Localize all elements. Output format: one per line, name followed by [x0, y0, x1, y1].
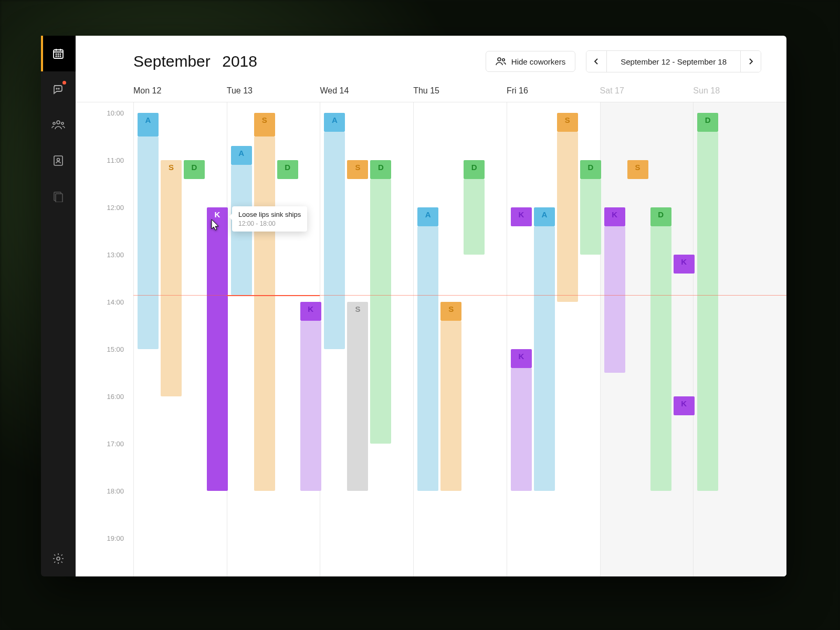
calendar-event[interactable] [440, 321, 461, 491]
calendar-event[interactable]: D [370, 160, 391, 179]
event-coworker-badge: S [355, 163, 360, 172]
svg-point-3 [60, 54, 60, 54]
calendar-event[interactable]: K [207, 207, 228, 491]
calendar-event[interactable]: K [674, 255, 695, 274]
calendar-event[interactable] [324, 132, 345, 349]
date-range-picker: September 12 - September 18 [586, 50, 761, 72]
calendar-event[interactable] [557, 132, 578, 302]
calendar-event[interactable]: S [254, 113, 275, 136]
calendar-icon [52, 47, 65, 60]
calendar-event[interactable]: S [440, 302, 461, 321]
calendar-event[interactable] [534, 226, 555, 491]
sidebar-item-contacts[interactable] [41, 143, 76, 178]
sidebar-item-notes[interactable] [41, 178, 76, 214]
sidebar-item-calendar[interactable] [41, 36, 76, 71]
time-label: 11:00 [107, 156, 124, 164]
sidebar [41, 36, 76, 576]
event-coworker-badge: K [612, 210, 617, 219]
day-header-row: Mon 12Tue 13Wed 14Thu 15Fri 16Sat 17Sun … [76, 86, 786, 102]
time-label: 15:00 [107, 345, 124, 353]
event-coworker-badge: D [705, 116, 711, 124]
hide-coworkers-label: Hide coworkers [511, 57, 565, 66]
calendar-event[interactable] [604, 226, 625, 373]
calendar-event[interactable]: S [347, 160, 368, 179]
calendar-event[interactable]: K [511, 349, 532, 368]
calendar-event[interactable]: K [604, 207, 625, 226]
event-coworker-badge: A [238, 149, 244, 158]
date-range-label[interactable]: September 12 - September 18 [606, 51, 741, 72]
sidebar-item-settings[interactable] [41, 541, 76, 576]
day-header: Mon 12 [133, 86, 227, 102]
calendar-event[interactable] [464, 179, 485, 255]
event-tooltip: Loose lips sink ships12:00 - 18:00 [232, 206, 307, 232]
next-week-button[interactable] [741, 51, 761, 72]
svg-point-9 [57, 121, 60, 124]
calendar-event[interactable]: A [417, 207, 438, 226]
calendar-event[interactable]: A [138, 113, 159, 136]
chevron-right-icon [748, 58, 753, 65]
calendar-event[interactable]: S [557, 113, 578, 132]
calendar-event[interactable]: D [580, 160, 601, 179]
calendar-grid-area: 10:0011:0012:0013:0014:0015:0016:0017:00… [76, 102, 786, 576]
calendar-event[interactable]: D [277, 160, 298, 179]
main-panel: September 2018 Hide coworkers [76, 36, 786, 576]
prev-week-button[interactable] [586, 51, 606, 72]
event-coworker-badge: D [658, 210, 664, 219]
calendar-event[interactable]: S [161, 160, 182, 396]
event-coworker-badge: K [681, 257, 687, 266]
svg-point-13 [57, 159, 60, 161]
hide-coworkers-button[interactable]: Hide coworkers [486, 51, 575, 72]
event-coworker-badge: K [215, 210, 220, 219]
sidebar-item-team[interactable] [41, 107, 76, 143]
team-icon [51, 119, 65, 131]
event-coworker-badge: K [308, 304, 313, 313]
event-coworker-badge: A [425, 210, 431, 219]
calendar-event[interactable] [650, 226, 671, 491]
event-coworker-badge: A [541, 210, 547, 219]
calendar-event[interactable]: A [231, 146, 252, 165]
day-header: Thu 15 [413, 86, 507, 102]
chevron-left-icon [594, 58, 599, 65]
event-coworker-badge: A [332, 116, 338, 124]
svg-point-1 [56, 54, 56, 54]
calendar-grid[interactable]: ASDKASDKASSDASDKKASDKSDKKDLoose lips sin… [133, 102, 786, 576]
event-coworker-badge: S [635, 163, 640, 172]
time-label: 10:00 [107, 109, 124, 117]
svg-point-11 [61, 122, 64, 124]
calendar-event[interactable] [254, 136, 275, 491]
calendar-event[interactable] [580, 179, 601, 255]
calendar-event[interactable] [300, 321, 321, 491]
day-header: Sun 18 [693, 86, 786, 102]
calendar-event[interactable]: K [511, 207, 532, 226]
calendar-event[interactable] [511, 368, 532, 491]
event-coworker-badge: S [355, 304, 360, 313]
calendar-event[interactable]: A [324, 113, 345, 132]
svg-point-18 [502, 59, 505, 61]
calendar-event[interactable]: S [347, 302, 368, 491]
calendar-event[interactable]: K [300, 302, 321, 321]
event-coworker-badge: S [448, 304, 454, 313]
event-coworker-badge: A [145, 116, 151, 124]
day-header: Fri 16 [507, 86, 600, 102]
svg-point-17 [498, 58, 501, 61]
current-time-indicator-faint [413, 295, 507, 296]
calendar-event[interactable]: S [627, 160, 648, 179]
event-coworker-badge: S [565, 116, 570, 124]
sidebar-item-messages[interactable] [41, 71, 76, 107]
svg-point-2 [58, 54, 58, 54]
calendar-event[interactable]: D [184, 160, 205, 179]
calendar-event[interactable] [138, 136, 159, 349]
event-coworker-badge: D [192, 163, 197, 172]
calendar-event[interactable] [697, 132, 718, 491]
contact-book-icon [52, 154, 64, 167]
event-coworker-badge: K [518, 210, 524, 219]
calendar-event[interactable] [370, 179, 391, 444]
calendar-event[interactable]: A [534, 207, 555, 226]
calendar-event[interactable]: D [464, 160, 485, 179]
calendar-event[interactable] [417, 226, 438, 491]
calendar-event[interactable]: K [674, 396, 695, 415]
calendar-event[interactable]: D [697, 113, 718, 132]
calendar-event[interactable]: D [650, 207, 671, 226]
svg-point-10 [53, 122, 55, 124]
event-coworker-badge: K [518, 352, 524, 361]
